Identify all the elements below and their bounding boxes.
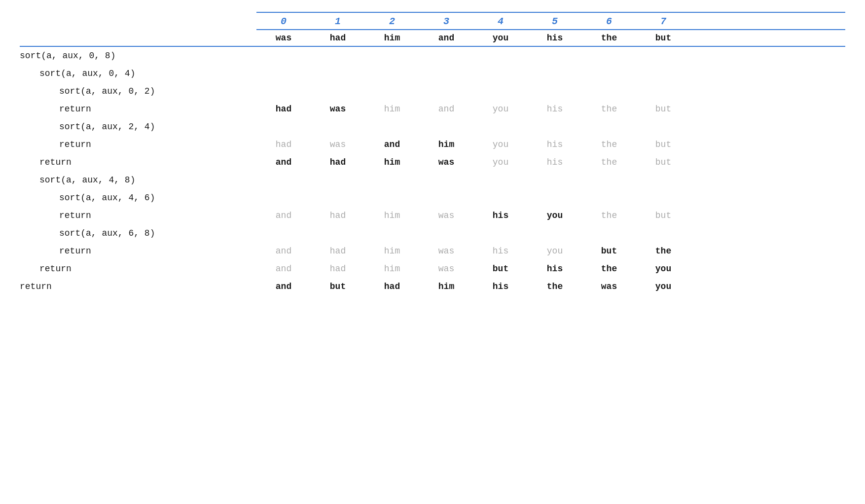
cell-13-5: the xyxy=(528,282,582,291)
cell-12-3: was xyxy=(419,264,473,274)
row-11: returnandhadhimwashisyoubutthe xyxy=(20,242,845,260)
col-index-4: 4 xyxy=(473,16,528,27)
cell-9-4: his xyxy=(473,211,528,220)
cell-13-0: and xyxy=(256,282,311,291)
row-7: sort(a, aux, 4, 8) xyxy=(20,171,845,189)
row-cells-6: andhadhimwasyouhisthebut xyxy=(256,157,690,167)
col-index-7: 7 xyxy=(636,16,690,27)
cell-5-7: but xyxy=(636,140,690,149)
header-section: 01234567 xyxy=(20,10,845,30)
cell-13-1: but xyxy=(311,282,365,291)
cell-5-4: you xyxy=(473,140,528,149)
col-index-3: 3 xyxy=(419,16,473,27)
row-label-6: return xyxy=(20,157,256,167)
row-2: sort(a, aux, 0, 2) xyxy=(20,82,845,100)
cell-11-2: him xyxy=(365,246,419,256)
row-label-7: sort(a, aux, 4, 8) xyxy=(20,175,256,185)
row-label-8: sort(a, aux, 4, 6) xyxy=(20,193,256,203)
row-label-13: return xyxy=(20,282,256,291)
cell-11-7: the xyxy=(636,246,690,256)
cell-13-6: was xyxy=(582,282,636,291)
top-data-cells: washadhimandyouhisthebut xyxy=(256,33,690,43)
initial-cell-4: you xyxy=(473,33,528,43)
cell-5-5: his xyxy=(528,140,582,149)
array-header: 01234567 xyxy=(256,10,845,30)
cell-12-2: him xyxy=(365,264,419,274)
cell-11-5: you xyxy=(528,246,582,256)
row-cells-12: andhadhimwasbuthistheyou xyxy=(256,264,690,274)
row-1: sort(a, aux, 0, 4) xyxy=(20,65,845,82)
row-label-9: return xyxy=(20,211,256,220)
cell-9-7: but xyxy=(636,211,690,220)
row-cells-3: hadwashimandyouhisthebut xyxy=(256,104,690,114)
cell-11-1: had xyxy=(311,246,365,256)
row-label-5: return xyxy=(20,140,256,149)
cell-6-1: had xyxy=(311,157,365,167)
col-index-2: 2 xyxy=(365,16,419,27)
row-label-2: sort(a, aux, 0, 2) xyxy=(20,86,256,96)
col-index-0: 0 xyxy=(256,16,311,27)
cell-5-1: was xyxy=(311,140,365,149)
row-4: sort(a, aux, 2, 4) xyxy=(20,118,845,136)
cell-3-4: you xyxy=(473,104,528,114)
cell-6-0: and xyxy=(256,157,311,167)
cell-13-7: you xyxy=(636,282,690,291)
cell-6-7: but xyxy=(636,157,690,167)
cell-5-0: had xyxy=(256,140,311,149)
cell-3-5: his xyxy=(528,104,582,114)
initial-cell-3: and xyxy=(419,33,473,43)
row-13: returnandbuthadhimhisthewasyou xyxy=(20,278,845,295)
row-0: sort(a, aux, 0, 8) xyxy=(20,47,845,65)
row-label-11: return xyxy=(20,246,256,256)
row-6: returnandhadhimwasyouhisthebut xyxy=(20,153,845,171)
initial-cell-0: was xyxy=(256,33,311,43)
cell-13-4: his xyxy=(473,282,528,291)
cell-3-6: the xyxy=(582,104,636,114)
cell-9-1: had xyxy=(311,211,365,220)
main-container: 01234567 washadhimandyouhisthebut sort(a… xyxy=(20,10,845,295)
cell-13-3: him xyxy=(419,282,473,291)
cell-9-2: him xyxy=(365,211,419,220)
row-5: returnhadwasandhimyouhisthebut xyxy=(20,136,845,153)
cell-12-4: but xyxy=(473,264,528,274)
row-10: sort(a, aux, 6, 8) xyxy=(20,224,845,242)
row-label-4: sort(a, aux, 2, 4) xyxy=(20,122,256,132)
cell-12-0: and xyxy=(256,264,311,274)
cell-3-3: and xyxy=(419,104,473,114)
cell-13-2: had xyxy=(365,282,419,291)
cell-12-7: you xyxy=(636,264,690,274)
cell-6-5: his xyxy=(528,157,582,167)
row-cells-5: hadwasandhimyouhisthebut xyxy=(256,140,690,149)
row-cells-13: andbuthadhimhisthewasyou xyxy=(256,282,690,291)
row-label-1: sort(a, aux, 0, 4) xyxy=(20,69,256,78)
cell-3-7: but xyxy=(636,104,690,114)
initial-cell-7: but xyxy=(636,33,690,43)
cell-12-1: had xyxy=(311,264,365,274)
cell-12-6: the xyxy=(582,264,636,274)
cell-6-2: him xyxy=(365,157,419,167)
row-8: sort(a, aux, 4, 6) xyxy=(20,189,845,207)
row-cells-9: andhadhimwashisyouthebut xyxy=(256,211,690,220)
row-label-10: sort(a, aux, 6, 8) xyxy=(20,228,256,238)
initial-cell-2: him xyxy=(365,33,419,43)
cell-5-2: and xyxy=(365,140,419,149)
cell-5-3: him xyxy=(419,140,473,149)
content-area: sort(a, aux, 0, 8)sort(a, aux, 0, 4)sort… xyxy=(20,47,845,295)
cell-3-0: had xyxy=(256,104,311,114)
row-label-0: sort(a, aux, 0, 8) xyxy=(20,51,256,61)
cell-6-6: the xyxy=(582,157,636,167)
cell-9-5: you xyxy=(528,211,582,220)
cell-9-6: the xyxy=(582,211,636,220)
initial-cell-6: the xyxy=(582,33,636,43)
cell-3-2: him xyxy=(365,104,419,114)
cell-11-6: but xyxy=(582,246,636,256)
col-index-5: 5 xyxy=(528,16,582,27)
cell-3-1: was xyxy=(311,104,365,114)
row-cells-11: andhadhimwashisyoubutthe xyxy=(256,246,690,256)
col-indices-row: 01234567 xyxy=(256,13,845,30)
top-data-left xyxy=(20,33,256,43)
cell-11-0: and xyxy=(256,246,311,256)
col-index-6: 6 xyxy=(582,16,636,27)
initial-cell-5: his xyxy=(528,33,582,43)
cell-12-5: his xyxy=(528,264,582,274)
